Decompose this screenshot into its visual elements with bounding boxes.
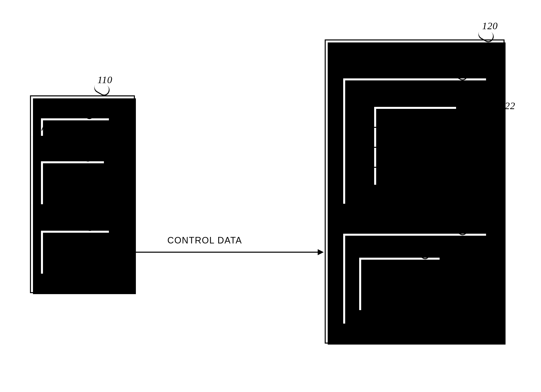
sector-row-0: SECTOR 0: [373, 107, 457, 127]
applications-label: APPLICATIONS: [41, 122, 109, 133]
sector-table: SECTOR 0 SECTOR 2 ••• SECTOR N–1: [373, 106, 457, 186]
connector-api-driver: [69, 211, 70, 224]
control-data-label: CONTROL DATA: [167, 235, 242, 246]
controller-title: CONTROLLER: [343, 238, 486, 248]
os-device-driver-label: STANDARDOS DEVICEDRIVER: [41, 235, 109, 270]
embedded-command-processing-label: EMBEDDED–COMMANDPROCESSING: [359, 264, 440, 298]
connector-driver-controller: [118, 252, 318, 253]
connector-applications-api: [69, 143, 70, 154]
sector-row-ellipsis: •••: [373, 147, 457, 167]
embedded-command-processing-box: EMBEDDED–COMMANDPROCESSING: [358, 257, 441, 311]
sector-row-1: SECTOR 2: [373, 127, 457, 147]
command-portal-api-box: COMMANDPORTALAPI: [40, 160, 105, 205]
sector-row-n: SECTOR N–1: [373, 167, 457, 187]
storage-subsystem-title: STORAGE SUBSYSTEM: [326, 46, 504, 57]
os-device-driver-box: STANDARDOS DEVICEDRIVER: [40, 230, 110, 275]
connector-memory-controller: [414, 212, 415, 227]
memory-array-title: MEMORY ARRAY: [343, 84, 486, 94]
applications-box: APPLICATIONS: [40, 117, 110, 137]
command-portal-api-label: COMMANDPORTALAPI: [41, 166, 104, 200]
